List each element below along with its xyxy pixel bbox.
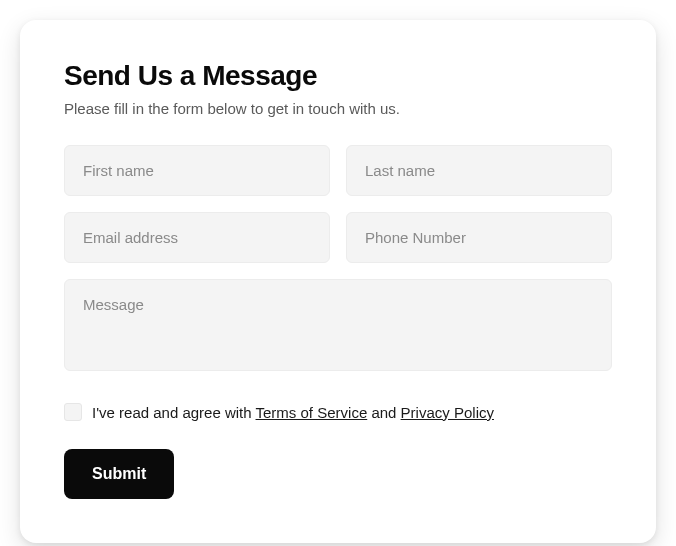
form-subheading: Please fill in the form below to get in … — [64, 100, 612, 117]
form-heading: Send Us a Message — [64, 60, 612, 92]
submit-button[interactable]: Submit — [64, 449, 174, 499]
consent-prefix: I've read and agree with — [92, 404, 256, 421]
contact-form-card: Send Us a Message Please fill in the for… — [20, 20, 656, 543]
last-name-input[interactable] — [346, 145, 612, 196]
name-row — [64, 145, 612, 196]
consent-row: I've read and agree with Terms of Servic… — [64, 403, 612, 421]
phone-input[interactable] — [346, 212, 612, 263]
privacy-policy-link[interactable]: Privacy Policy — [401, 404, 494, 421]
contact-row — [64, 212, 612, 263]
consent-checkbox[interactable] — [64, 403, 82, 421]
email-input[interactable] — [64, 212, 330, 263]
message-input[interactable] — [64, 279, 612, 371]
first-name-input[interactable] — [64, 145, 330, 196]
consent-middle: and — [367, 404, 400, 421]
terms-of-service-link[interactable]: Terms of Service — [256, 404, 368, 421]
consent-text: I've read and agree with Terms of Servic… — [92, 404, 494, 421]
